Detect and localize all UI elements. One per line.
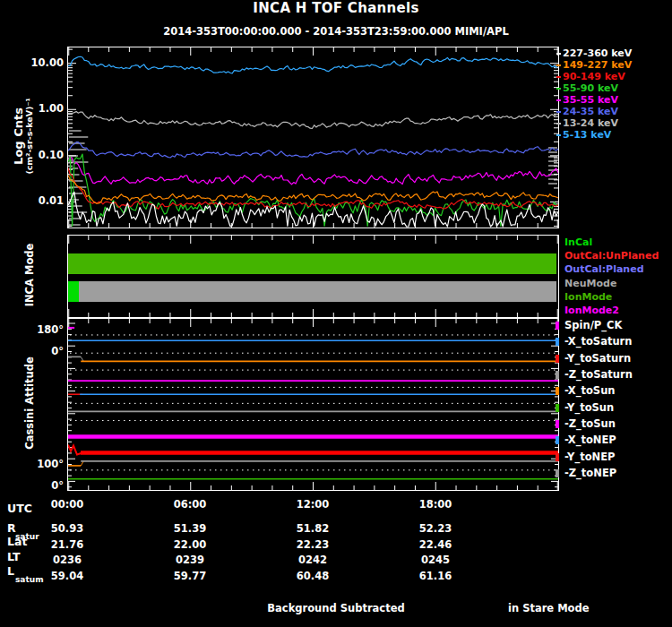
ephemeris-value: 59.77 xyxy=(174,570,206,582)
ephemeris-value: 0236 xyxy=(53,554,82,566)
attitude-panel xyxy=(67,318,559,491)
attitude-legend-item: -Y_toSaturn xyxy=(564,352,631,365)
page-title: INCA H TOF Channels xyxy=(0,0,672,16)
spectra-legend-item: 55-90 keV xyxy=(563,82,618,94)
mode-bar-neumode xyxy=(68,281,556,302)
ephemeris-value: 52.23 xyxy=(419,522,452,535)
attitude-y-tick-label: 180° xyxy=(16,323,64,336)
ephemeris-value: 22.46 xyxy=(419,538,452,551)
footer-stare-mode: in Stare Mode xyxy=(508,602,590,614)
ephemeris-value: 21.76 xyxy=(51,538,83,551)
spectra-y-tick-label: 10.00 xyxy=(16,56,64,69)
utc-tick-label: 06:00 xyxy=(174,498,207,511)
ephemeris-value: 51.82 xyxy=(297,522,329,535)
ephemeris-value: 50.93 xyxy=(51,522,83,535)
attitude-legend-item: -X_toNEP xyxy=(564,434,616,446)
attitude-y-tick-label: 0° xyxy=(16,479,64,492)
ephemeris-row-sub-l: satum xyxy=(15,576,44,584)
attitude-y-tick-label: 100° xyxy=(16,458,64,470)
mode-panel-label: INCA Mode xyxy=(23,244,36,307)
attitude-legend-item: -Y_toSun xyxy=(564,401,614,414)
spectra-y-axis-label: Log Cnts (cm²-sr-s-keV)⁻¹ xyxy=(12,98,34,174)
mode-legend-item: NeuMode xyxy=(564,278,616,289)
ephemeris-value: 22.23 xyxy=(297,538,329,551)
ephemeris-value: 60.48 xyxy=(297,570,329,582)
ephemeris-value: 22.00 xyxy=(174,538,206,551)
spectra-legend-item: 13-24 keV xyxy=(563,117,618,129)
attitude-legend-item: Spin/P_CK xyxy=(564,319,622,331)
spectra-legend-item: 5-13 keV xyxy=(563,129,611,141)
spectra-y-tick-label: 0.01 xyxy=(16,194,64,207)
utc-tick-label: 12:00 xyxy=(297,498,330,511)
mode-bar-incal xyxy=(68,281,79,302)
ephemeris-row-label-lt: LT xyxy=(7,552,20,563)
spectra-legend-item: 35-55 keV xyxy=(563,94,618,106)
mode-legend-item: IonMode2 xyxy=(564,305,619,316)
utc-tick-label: 18:00 xyxy=(419,498,452,511)
ephemeris-value: 61.16 xyxy=(419,570,452,582)
ephemeris-value: 0239 xyxy=(176,554,204,566)
attitude-legend-item: -Z_toNEP xyxy=(564,467,616,479)
attitude-legend-item: -Z_toSaturn xyxy=(564,368,633,381)
attitude-legend-item: -Z_toSun xyxy=(564,417,616,430)
ephemeris-value: 59.04 xyxy=(51,570,83,582)
ephemeris-row-label-l: L xyxy=(7,566,14,577)
ephemeris-value: 0242 xyxy=(298,554,327,566)
ephemeris-row-label-lat: Lat xyxy=(7,537,27,547)
spectra-panel xyxy=(67,47,559,228)
spectra-legend-item: 90-149 keV xyxy=(563,71,625,82)
spectra-ylabel-units: (cm²-sr-s-keV)⁻¹ xyxy=(24,98,34,174)
mode-legend-item: OutCal:UnPlaned xyxy=(564,250,659,262)
mode-legend-item: InCal xyxy=(564,236,592,248)
attitude-legend-item: -Y_toNEP xyxy=(564,451,615,463)
attitude-legend-item: -X_toSun xyxy=(564,384,616,397)
spectra-legend-item: 149-227 keV xyxy=(563,59,632,71)
spectra-legend-item: 227-360 keV xyxy=(563,47,632,59)
inca-mode-panel xyxy=(67,235,559,318)
mode-legend-item: IonMode xyxy=(564,291,612,303)
attitude-panel-label: Cassini Attitude xyxy=(23,356,36,450)
mode-legend-item: OutCal:Planed xyxy=(564,263,644,275)
mode-bar-ionmode xyxy=(68,253,556,274)
utc-tick-label: 00:00 xyxy=(51,498,84,511)
page-subtitle: 2014-353T00:00:00.000 - 2014-353T23:59:0… xyxy=(0,25,672,38)
ephemeris-value: 0245 xyxy=(421,554,450,566)
spectra-legend-item: 24-35 keV xyxy=(563,106,618,117)
attitude-legend-item: -X_toSaturn xyxy=(564,335,632,348)
ephemeris-value: 51.39 xyxy=(174,522,206,535)
spectra-ylabel-text: Log Cnts xyxy=(12,98,25,174)
utc-axis-label: UTC xyxy=(7,502,32,515)
